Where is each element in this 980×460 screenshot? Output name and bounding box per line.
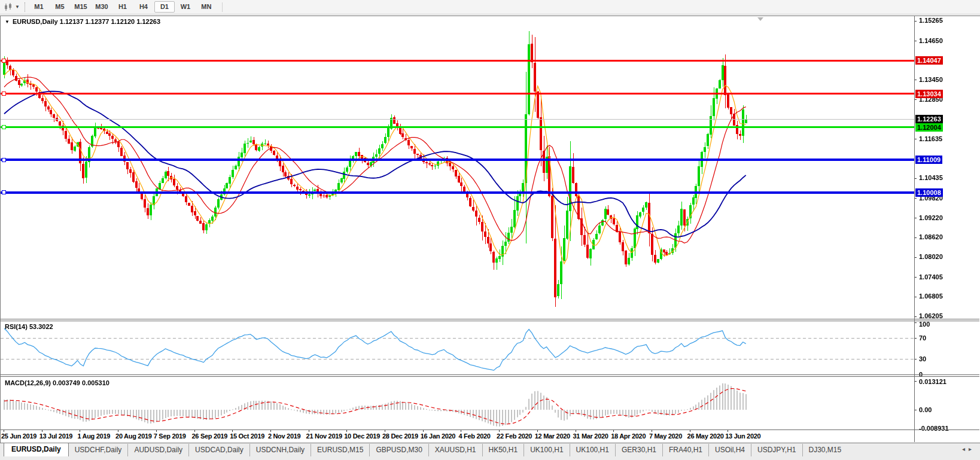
rsi-axis-label: 70 [919, 334, 926, 342]
chart-tab-usoil-h4[interactable]: USOil,H4 [709, 444, 751, 456]
pane-separator[interactable] [1, 374, 979, 375]
timeframe-button-m5[interactable]: M5 [50, 1, 70, 13]
chart-tab-uk100-h1[interactable]: UK100,H1 [524, 444, 570, 456]
date-axis-label: 7 May 2020 [649, 432, 682, 440]
date-axis-tick [576, 430, 576, 432]
macd-axis-label: 0.013121 [919, 378, 946, 385]
price-axis-badge: 1.12004 [915, 123, 943, 132]
chart-tab-usdcad-daily[interactable]: USDCAD,Daily [189, 444, 250, 456]
timeframe-button-h1[interactable]: H1 [112, 1, 133, 13]
date-axis-tick [270, 430, 271, 432]
price-axis-label: 1.08020 [919, 253, 943, 260]
timeframe-button-w1[interactable]: W1 [175, 1, 196, 13]
date-axis-tick [4, 430, 4, 432]
date-axis-label: 13 Jun 2020 [725, 432, 760, 440]
chart-tab-usdcnh-daily[interactable]: USDCNH,Daily [250, 444, 311, 456]
date-axis-label: 16 Jan 2020 [421, 432, 455, 440]
chart-type-icon[interactable] [2, 2, 14, 12]
level-line-handle[interactable] [2, 125, 6, 129]
date-axis-label: 28 Dec 2019 [382, 432, 418, 440]
date-axis-tick [385, 430, 385, 432]
price-axis-badge: 1.12263 [915, 115, 943, 123]
date-axis-label: 26 Sep 2019 [192, 432, 228, 440]
price-axis-label: 1.08620 [919, 233, 943, 240]
timeframe-button-m15[interactable]: M15 [71, 1, 91, 13]
chart-tab-gbpusd-m30[interactable]: GBPUSD,M30 [370, 444, 428, 456]
chart-shift-marker-icon[interactable] [757, 17, 763, 21]
horizontal-level-line[interactable] [1, 159, 914, 161]
timeframe-button-h4[interactable]: H4 [133, 1, 154, 13]
chart-tab-eurusd-daily[interactable]: EURUSD,Daily [4, 443, 69, 456]
date-axis-label: 22 Feb 2020 [497, 432, 532, 440]
price-axis-label: 1.15265 [919, 17, 943, 24]
rsi-axis-label: 30 [919, 355, 926, 362]
date-axis-label: 7 Sep 2019 [154, 432, 186, 440]
date-axis-label: 26 May 2020 [687, 432, 724, 440]
timeframe-button-m1[interactable]: M1 [29, 1, 49, 13]
date-axis-line [1, 429, 979, 430]
timeframe-button-m30[interactable]: M30 [92, 1, 112, 13]
horizontal-level-line[interactable] [1, 93, 914, 95]
rsi-label: RSI(14) 53.3022 [5, 323, 53, 330]
chart-tab-ger30-h1[interactable]: GER30,H1 [616, 444, 663, 456]
timeframe-button-mn[interactable]: MN [196, 1, 217, 13]
price-axis-label: 1.07405 [919, 273, 943, 281]
level-line-handle[interactable] [2, 158, 6, 162]
date-axis-tick [156, 430, 157, 432]
chart-tab-usdchf-daily[interactable]: USDCHF,Daily [69, 444, 129, 456]
horizontal-level-line[interactable] [1, 191, 914, 194]
chart-tab-usdjpy-h1[interactable]: USDJPY,H1 [751, 444, 802, 456]
pane-separator[interactable] [1, 321, 979, 321]
level-line-handle[interactable] [2, 59, 6, 63]
chart-title: ▼EURUSD,Daily 1.12137 1.12377 1.12120 1.… [5, 18, 160, 25]
price-axis-label: 1.09220 [919, 214, 943, 221]
chart-ohlc-values: 1.12137 1.12377 1.12120 1.12263 [60, 18, 160, 25]
timeframe-button-d1[interactable]: D1 [154, 1, 175, 13]
date-axis-tick [690, 430, 690, 432]
chart-tab-xauusd-h1[interactable]: XAUUSD,H1 [429, 444, 483, 456]
date-axis-tick [194, 430, 195, 432]
chart-canvas[interactable] [1, 16, 915, 429]
macd-axis-label: 0.00 [919, 406, 932, 413]
chart-tab-hk50-h1[interactable]: HK50,H1 [483, 444, 525, 456]
chart-type-dropdown-caret[interactable]: ▼ [15, 4, 20, 10]
level-line-handle[interactable] [2, 190, 6, 194]
price-axis-badge: 1.10008 [915, 188, 943, 197]
collapse-icon[interactable]: ▼ [5, 19, 10, 25]
date-axis-tick [537, 430, 538, 432]
chart-tab-uk100-h1[interactable]: UK100,H1 [570, 444, 616, 456]
rsi-axis-label: 100 [919, 321, 930, 328]
chart-tab-fra40-h1[interactable]: FRA40,H1 [663, 444, 709, 456]
date-axis-tick [42, 430, 42, 432]
tab-scroll-left-icon[interactable]: ◂ [962, 446, 969, 452]
chart-symbol-period: EURUSD,Daily [13, 18, 58, 25]
level-line-handle[interactable] [2, 92, 6, 96]
chart-tab-dj30-m15[interactable]: DJ30,M15 [803, 444, 848, 456]
date-axis-tick [80, 430, 80, 432]
date-axis-label: 15 Oct 2019 [230, 432, 264, 440]
date-axis-label: 10 Dec 2019 [344, 432, 380, 440]
horizontal-level-line[interactable] [1, 60, 914, 62]
date-axis-tick [118, 430, 118, 432]
price-axis-label: 1.11635 [919, 135, 942, 142]
date-axis-tick [309, 430, 309, 432]
date-axis-label: 20 Aug 2019 [115, 432, 152, 440]
chart-tab-eurusd-m15[interactable]: EURUSD,M15 [311, 444, 370, 456]
horizontal-level-line[interactable] [1, 126, 914, 128]
macd-label: MACD(12,26,9) 0.003749 0.005310 [5, 379, 109, 386]
date-axis-tick [423, 430, 424, 432]
pane-separator[interactable] [1, 376, 979, 377]
tab-scroll-right-icon[interactable]: ▸ [969, 446, 975, 452]
toolbar-grip[interactable] [25, 2, 25, 12]
price-axis-label: 1.06805 [919, 293, 943, 300]
date-axis-tick [499, 430, 500, 432]
chart-tabs: EURUSD,DailyUSDCHF,DailyAUDUSD,DailyUSDC… [0, 443, 847, 456]
timeframe-toolbar: ▼ M1M5M15M30H1H4D1W1MN [0, 0, 980, 14]
chart-tab-audusd-daily[interactable]: AUDUSD,Daily [128, 444, 189, 456]
date-axis-label: 12 Mar 2020 [535, 432, 570, 440]
date-axis-label: 13 Jul 2019 [39, 432, 72, 440]
pane-separator[interactable] [1, 319, 979, 319]
date-axis-label: 2 Nov 2019 [268, 432, 300, 440]
date-axis-tick [461, 430, 461, 432]
tab-scroll-arrows[interactable]: ◂▸ [962, 446, 975, 452]
